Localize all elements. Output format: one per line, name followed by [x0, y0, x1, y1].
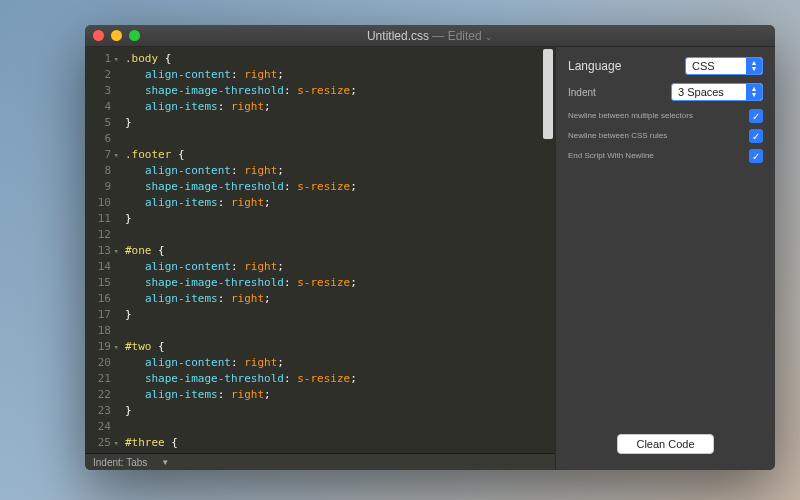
options-list: Newline between multiple selectors✓Newli… — [568, 109, 763, 169]
code-line[interactable] — [125, 419, 541, 435]
code-line[interactable]: } — [125, 115, 541, 131]
indent-label: Indent — [568, 87, 596, 98]
option-checkbox[interactable]: ✓ — [749, 149, 763, 163]
line-number[interactable]: 3 — [85, 83, 117, 99]
option-row: Newline between multiple selectors✓ — [568, 109, 763, 123]
statusbar: Indent: Tabs ▼ — [85, 453, 555, 470]
code-line[interactable] — [125, 323, 541, 339]
line-number[interactable]: 23 — [85, 403, 117, 419]
sidebar: Language CSS ▴▾ Indent 3 Spaces ▴▾ Newli… — [555, 47, 775, 470]
code-line[interactable]: .body { — [125, 51, 541, 67]
window-title: Untitled.css — Edited ⌄ — [85, 29, 775, 43]
line-number[interactable]: 13 — [85, 243, 117, 259]
code-line[interactable] — [125, 227, 541, 243]
code-line[interactable] — [125, 131, 541, 147]
code-line[interactable]: align-items: right; — [125, 195, 541, 211]
code-line[interactable]: #two { — [125, 339, 541, 355]
code-line[interactable]: shape-image-threshold: s-resize; — [125, 275, 541, 291]
minimize-icon[interactable] — [111, 30, 122, 41]
titlebar[interactable]: Untitled.css — Edited ⌄ — [85, 25, 775, 47]
code-line[interactable]: align-content: right; — [125, 259, 541, 275]
language-value: CSS — [686, 60, 746, 72]
option-label: End Script With Newline — [568, 151, 654, 161]
line-number[interactable]: 8 — [85, 163, 117, 179]
code-area[interactable]: 1234567891011121314151617181920212223242… — [85, 47, 555, 453]
line-number[interactable]: 6 — [85, 131, 117, 147]
line-number[interactable]: 21 — [85, 371, 117, 387]
code-line[interactable]: align-content: right; — [125, 163, 541, 179]
edited-label: Edited — [448, 29, 482, 43]
scrollbar-track[interactable] — [541, 47, 555, 453]
code-line[interactable]: #three { — [125, 435, 541, 451]
editor-pane: 1234567891011121314151617181920212223242… — [85, 47, 555, 470]
indent-mode[interactable]: Indent: Tabs — [93, 457, 147, 468]
code-line[interactable]: align-content: right; — [125, 355, 541, 371]
line-number[interactable]: 4 — [85, 99, 117, 115]
line-number[interactable]: 11 — [85, 211, 117, 227]
code-line[interactable]: } — [125, 403, 541, 419]
code-content[interactable]: .body { align-content: right; shape-imag… — [119, 47, 541, 453]
line-number[interactable]: 1 — [85, 51, 117, 67]
line-number[interactable]: 20 — [85, 355, 117, 371]
line-number[interactable]: 18 — [85, 323, 117, 339]
zoom-icon[interactable] — [129, 30, 140, 41]
option-row: Newline between CSS rules✓ — [568, 129, 763, 143]
code-line[interactable]: align-content: right; — [125, 67, 541, 83]
code-line[interactable]: shape-image-threshold: s-resize; — [125, 179, 541, 195]
line-number[interactable]: 9 — [85, 179, 117, 195]
indent-row: Indent 3 Spaces ▴▾ — [568, 83, 763, 101]
language-label: Language — [568, 59, 621, 73]
line-number[interactable]: 16 — [85, 291, 117, 307]
option-label: Newline between CSS rules — [568, 131, 667, 141]
line-number[interactable]: 2 — [85, 67, 117, 83]
line-number[interactable]: 10 — [85, 195, 117, 211]
line-number[interactable]: 25 — [85, 435, 117, 451]
app-window: Untitled.css — Edited ⌄ 1234567891011121… — [85, 25, 775, 470]
option-label: Newline between multiple selectors — [568, 111, 693, 121]
line-number[interactable]: 7 — [85, 147, 117, 163]
code-line[interactable]: .footer { — [125, 147, 541, 163]
line-gutter[interactable]: 1234567891011121314151617181920212223242… — [85, 47, 119, 453]
option-checkbox[interactable]: ✓ — [749, 129, 763, 143]
code-line[interactable]: #one { — [125, 243, 541, 259]
language-select[interactable]: CSS ▴▾ — [685, 57, 763, 75]
dropdown-arrow-icon[interactable]: ▼ — [161, 458, 169, 467]
indent-select[interactable]: 3 Spaces ▴▾ — [671, 83, 763, 101]
indent-value: 3 Spaces — [672, 86, 746, 98]
code-line[interactable]: shape-image-threshold: s-resize; — [125, 371, 541, 387]
code-line[interactable]: align-items: right; — [125, 291, 541, 307]
code-line[interactable]: align-items: right; — [125, 99, 541, 115]
code-line[interactable]: } — [125, 211, 541, 227]
line-number[interactable]: 22 — [85, 387, 117, 403]
code-line[interactable]: } — [125, 307, 541, 323]
line-number[interactable]: 19 — [85, 339, 117, 355]
clean-code-label: Clean Code — [636, 438, 694, 450]
select-stepper-icon: ▴▾ — [746, 84, 762, 100]
close-icon[interactable] — [93, 30, 104, 41]
line-number[interactable]: 12 — [85, 227, 117, 243]
option-row: End Script With Newline✓ — [568, 149, 763, 163]
line-number[interactable]: 14 — [85, 259, 117, 275]
language-row: Language CSS ▴▾ — [568, 57, 763, 75]
line-number[interactable]: 15 — [85, 275, 117, 291]
traffic-lights — [93, 30, 140, 41]
line-number[interactable]: 17 — [85, 307, 117, 323]
option-checkbox[interactable]: ✓ — [749, 109, 763, 123]
code-line[interactable]: align-items: right; — [125, 387, 541, 403]
document-name: Untitled.css — [367, 29, 429, 43]
window-body: 1234567891011121314151617181920212223242… — [85, 47, 775, 470]
clean-code-button[interactable]: Clean Code — [617, 434, 713, 454]
scrollbar-thumb[interactable] — [543, 49, 553, 139]
select-stepper-icon: ▴▾ — [746, 58, 762, 74]
line-number[interactable]: 24 — [85, 419, 117, 435]
code-line[interactable]: shape-image-threshold: s-resize; — [125, 83, 541, 99]
chevron-down-icon[interactable]: ⌄ — [485, 32, 493, 42]
line-number[interactable]: 5 — [85, 115, 117, 131]
